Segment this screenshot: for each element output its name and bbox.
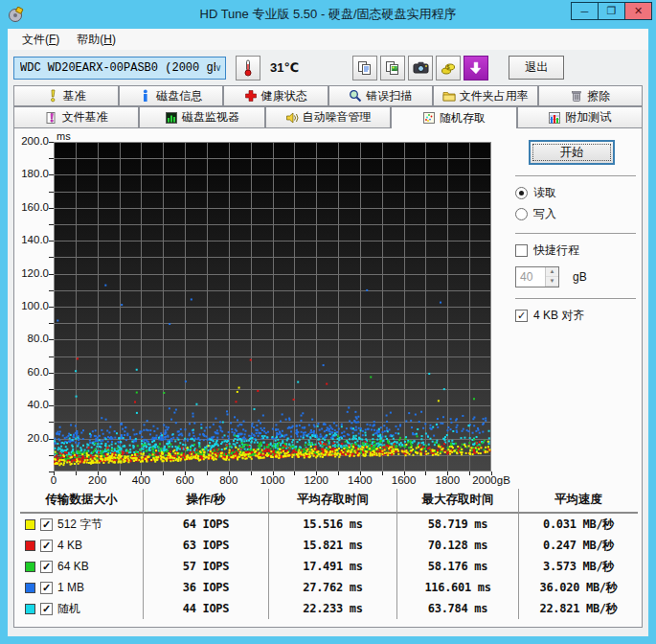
title-bar[interactable]: HD Tune 专业版 5.50 - 硬盘/固态硬盘实用程序 ─ ❐ ✕ [0, 0, 656, 29]
tab-label: 磁盘监视器 [182, 109, 239, 126]
minimize-button[interactable]: ─ [571, 2, 599, 20]
table-value: 0.247 MB/秒 [518, 535, 638, 556]
x-axis-tick [360, 472, 361, 475]
write-radio[interactable] [515, 208, 528, 220]
tab-folder-usage[interactable]: 文件夹占用率 [433, 85, 538, 106]
exit-button[interactable]: 退出 [509, 56, 564, 80]
y-axis-tick [49, 142, 54, 143]
capacity-input[interactable]: 40 ▲ ▼ [515, 266, 559, 288]
x-axis-tick [54, 472, 55, 475]
download-arrow-icon [469, 61, 483, 75]
short-stroke-checkbox[interactable] [515, 244, 528, 257]
x-axis-tick [338, 472, 339, 475]
menu-bar: 文件(F)帮助(H) [8, 29, 648, 50]
align-4kb-checkbox[interactable]: ✓ [515, 310, 528, 322]
table-value: 17.491 ms [268, 556, 396, 577]
short-stroke-label: 快捷行程 [533, 242, 579, 259]
tab-label: 文件基准 [62, 109, 108, 126]
series-checkbox[interactable]: ✓ [40, 603, 53, 615]
screenshot-button[interactable] [408, 56, 433, 80]
x-axis-tick [469, 472, 470, 475]
app-icon [8, 7, 24, 23]
tab-label: 基准 [63, 88, 86, 104]
table-value: 58.176 ms [396, 556, 518, 577]
drive-select[interactable]: WDC WD20EARX-00PASB0 (2000 gB) ∨ [13, 57, 226, 80]
tab-disk-info[interactable]: 磁盘信息 [119, 85, 224, 106]
table-value: 15.516 ms [268, 514, 396, 535]
y-tick-label: 200.0 [14, 135, 49, 147]
start-button[interactable]: 开始 [529, 140, 615, 165]
y-tick-label: 60.0 [14, 366, 49, 378]
x-tick-label: 600 [176, 474, 194, 486]
tab-extra-tests[interactable]: 附加测试 [517, 106, 643, 127]
series-color-swatch [25, 519, 35, 530]
drive-select-value: WDC WD20EARX-00PASB0 (2000 gB) [20, 61, 215, 75]
table-value: 64 IOPS [143, 514, 268, 535]
series-label: 1 MB [57, 577, 84, 598]
tab-label: 自动噪音管理 [303, 109, 372, 126]
y-axis-tick [49, 373, 54, 374]
tab-health[interactable]: 健康状态 [223, 85, 328, 106]
y-axis-tick [49, 224, 54, 225]
short-stroke-option[interactable]: 快捷行程 [515, 242, 638, 259]
donate-button[interactable]: $ [436, 56, 461, 80]
tab-disk-monitor[interactable]: 磁盘监视器 [139, 106, 264, 127]
table-value: 58.719 ms [396, 514, 518, 535]
spin-down-button[interactable]: ▼ [546, 277, 558, 287]
disk-monitor-icon [165, 111, 178, 125]
maximize-button[interactable]: ❐ [598, 2, 625, 20]
align-option[interactable]: ✓ 4 KB 对齐 [515, 308, 638, 324]
y-axis-tick [49, 274, 54, 275]
read-option[interactable]: 读取 [515, 185, 638, 201]
aam-icon [285, 111, 299, 125]
series-checkbox[interactable]: ✓ [40, 582, 53, 594]
temperature-button[interactable] [236, 56, 260, 80]
health-icon [244, 89, 258, 103]
y-axis-tick [49, 405, 54, 406]
y-tick-label: 140.0 [14, 234, 49, 245]
spin-up-button[interactable]: ▲ [546, 267, 558, 277]
tab-file-benchmark[interactable]: 文件基准 [13, 106, 139, 127]
capacity-value: 40 [516, 267, 545, 287]
copy-image-button[interactable] [380, 56, 405, 80]
disk-info-icon [139, 89, 152, 103]
copy-text-button[interactable] [352, 56, 377, 80]
read-label: 读取 [533, 185, 556, 201]
series-checkbox[interactable]: ✓ [40, 518, 53, 531]
menu-item-0[interactable]: 文件(F) [13, 30, 68, 50]
x-tick-label: 1000 [260, 474, 285, 486]
read-radio[interactable] [515, 187, 528, 199]
close-button[interactable]: ✕ [624, 2, 652, 20]
y-tick-label: 40.0 [14, 399, 49, 410]
table-value: 57 IOPS [143, 556, 268, 577]
y-axis-tick [49, 174, 54, 175]
x-tick-label: 1800 [436, 474, 461, 486]
align-4kb-label: 4 KB 对齐 [533, 308, 584, 324]
write-option[interactable]: 写入 [515, 206, 638, 222]
save-results-button[interactable] [464, 56, 488, 80]
series-label: 4 KB [57, 535, 82, 556]
tab-aam[interactable]: 自动噪音管理 [265, 106, 391, 127]
y-axis-tick [49, 241, 54, 242]
table-value: 63.784 ms [396, 598, 518, 619]
window-interior: 文件(F)帮助(H) WDC WD20EARX-00PASB0 (2000 gB… [8, 29, 648, 636]
menu-item-1[interactable]: 帮助(H) [68, 30, 124, 50]
tab-benchmark[interactable]: 基准 [13, 85, 119, 106]
tab-random-access[interactable]: 随机存取 [391, 106, 516, 128]
table-value: 63 IOPS [143, 535, 268, 556]
tab-error-scan[interactable]: 错误扫描 [328, 85, 434, 106]
y-axis-tick [49, 339, 54, 340]
series-checkbox[interactable]: ✓ [40, 561, 53, 573]
x-tick-label: 200 [88, 474, 106, 486]
folder-usage-icon [442, 89, 456, 103]
y-axis-tick [49, 472, 54, 472]
x-axis-tick [273, 472, 274, 475]
tab-label: 磁盘信息 [156, 88, 202, 104]
y-axis-tick [49, 422, 54, 423]
x-tick-label: 2000gB [472, 474, 510, 486]
tab-erase[interactable]: 擦除 [538, 85, 644, 106]
series-checkbox[interactable]: ✓ [40, 540, 53, 552]
random-access-icon [422, 111, 436, 125]
table-header: 操作/秒 [143, 489, 268, 514]
y-tick-label: 160.0 [14, 201, 49, 213]
